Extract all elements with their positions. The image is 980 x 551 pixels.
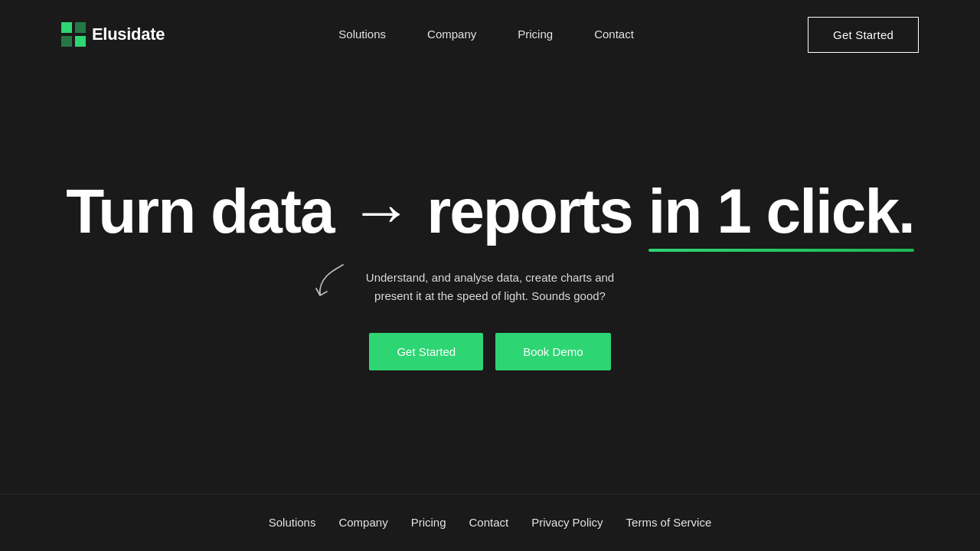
nav-item-company[interactable]: Company [410, 28, 493, 41]
nav-link-contact[interactable]: Contact [577, 21, 651, 47]
nav-cta-button[interactable]: Get Started [808, 17, 919, 53]
nav-link-pricing[interactable]: Pricing [501, 21, 570, 47]
arrow-icon [314, 261, 348, 303]
footer-link-privacy[interactable]: Privacy Policy [531, 516, 603, 529]
hero-buttons: Get Started Book Demo [369, 333, 610, 370]
footer-links: Solutions Company Pricing Contact Privac… [269, 516, 712, 530]
hero-description: Understand, and analyse data, create cha… [352, 269, 628, 305]
brand-name: Elusidate [92, 24, 165, 44]
logo-icon [61, 22, 86, 47]
svg-rect-0 [61, 22, 72, 33]
headline-part2: in 1 click. [648, 177, 914, 246]
footer: Solutions Company Pricing Contact Privac… [0, 494, 980, 551]
nav-link-company[interactable]: Company [410, 21, 493, 47]
hero-subtext-block: Understand, and analyse data, create cha… [352, 269, 628, 305]
nav-item-pricing[interactable]: Pricing [501, 28, 570, 41]
nav-item-solutions[interactable]: Solutions [322, 28, 403, 41]
footer-item-contact[interactable]: Contact [469, 516, 509, 530]
nav-item-contact[interactable]: Contact [577, 28, 651, 41]
footer-link-pricing[interactable]: Pricing [411, 516, 446, 529]
footer-link-solutions[interactable]: Solutions [269, 516, 316, 529]
svg-rect-1 [75, 22, 86, 33]
nav-link-solutions[interactable]: Solutions [322, 21, 403, 47]
logo[interactable]: Elusidate [61, 22, 165, 47]
nav-links: Solutions Company Pricing Contact [322, 28, 650, 41]
hero-book-demo-button[interactable]: Book Demo [495, 333, 610, 370]
hero-section: Turn data → reports in 1 click. Understa… [0, 54, 980, 494]
footer-item-company[interactable]: Company [338, 516, 387, 530]
headline-part1: Turn data → reports [66, 176, 648, 246]
footer-item-pricing[interactable]: Pricing [411, 516, 446, 530]
hero-get-started-button[interactable]: Get Started [369, 333, 483, 370]
footer-link-company[interactable]: Company [338, 516, 387, 529]
footer-link-contact[interactable]: Contact [469, 516, 509, 529]
footer-item-privacy[interactable]: Privacy Policy [531, 516, 603, 530]
svg-rect-2 [61, 36, 72, 47]
svg-rect-3 [75, 36, 86, 47]
hero-headline: Turn data → reports in 1 click. [66, 177, 914, 246]
footer-item-solutions[interactable]: Solutions [269, 516, 316, 530]
footer-item-tos[interactable]: Terms of Service [626, 516, 712, 530]
footer-link-tos[interactable]: Terms of Service [626, 516, 712, 529]
